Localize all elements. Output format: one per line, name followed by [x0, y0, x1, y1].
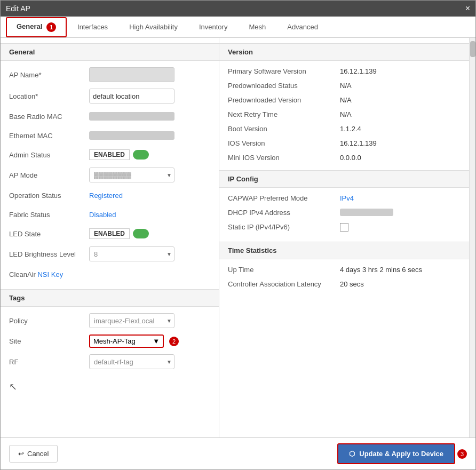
site-label: Site	[9, 337, 89, 345]
static-ip-label: Static IP (IPv4/IPv6)	[228, 223, 340, 231]
rf-value: default-rf-tag	[94, 358, 133, 366]
operation-status-value: Registered	[89, 192, 123, 200]
tab-inventory[interactable]: Inventory	[188, 17, 238, 37]
fabric-status-row: Fabric Status Disabled	[1, 205, 219, 224]
nsi-key-link[interactable]: NSI Key	[37, 270, 63, 278]
boot-version-value: 1.1.2.4	[340, 125, 361, 133]
admin-status-enabled-label: ENABLED	[89, 149, 130, 160]
boot-version-row: Boot Version 1.1.2.4	[219, 122, 469, 136]
next-retry-time-value: N/A	[340, 110, 352, 118]
operation-status-row: Operation Status Registered	[1, 186, 219, 205]
ap-mode-arrow-icon: ▼	[166, 172, 172, 178]
led-brightness-select[interactable]: 8 ▼	[89, 246, 174, 261]
cursor-area: ↖	[1, 372, 219, 401]
policy-row: Policy imarquez-FlexLocal ▼	[1, 310, 219, 331]
version-section-header: Version	[219, 43, 469, 61]
right-scrollbar[interactable]	[469, 38, 475, 437]
cancel-button[interactable]: ↩ Cancel	[9, 445, 58, 463]
dhcp-ipv4-label: DHCP IPv4 Address	[228, 209, 340, 217]
led-state-row: LED State ENABLED	[1, 224, 219, 243]
base-radio-mac-value	[89, 112, 210, 121]
admin-status-label: Admin Status	[9, 151, 89, 159]
ios-version-value: 16.12.1.139	[340, 139, 377, 147]
operation-status-label: Operation Status	[9, 192, 89, 200]
base-radio-mac-label: Base Radio MAC	[9, 113, 89, 121]
policy-value: imarquez-FlexLocal	[94, 317, 154, 325]
modal-titlebar: Edit AP ×	[1, 1, 475, 17]
scrollbar-thumb[interactable]	[470, 41, 475, 57]
up-time-value: 4 days 3 hrs 2 mins 6 secs	[340, 266, 422, 274]
fabric-status-control: Disabled	[89, 211, 210, 219]
led-brightness-row: LED Brightness Level 8 ▼	[1, 243, 219, 265]
rf-control: default-rf-tag ▼	[89, 354, 210, 369]
led-state-toggle[interactable]: ENABLED	[89, 228, 149, 239]
right-panel: Version Primary Software Version 16.12.1…	[219, 38, 469, 437]
cancel-label: Cancel	[27, 450, 49, 458]
admin-status-control: ENABLED	[89, 149, 210, 160]
static-ip-value	[340, 223, 348, 233]
controller-assoc-latency-value: 20 secs	[340, 280, 364, 288]
location-row: Location*	[1, 85, 219, 107]
site-badge: 2	[169, 337, 179, 346]
boot-version-label: Boot Version	[228, 125, 340, 133]
update-btn-badge: 3	[457, 449, 467, 459]
location-input[interactable]	[89, 89, 174, 103]
content-area: General AP Name* Location* Base Radio MA…	[1, 38, 475, 437]
base-radio-mac-row: Base Radio MAC	[1, 107, 219, 126]
admin-status-toggle[interactable]: ENABLED	[89, 149, 149, 160]
modal-title: Edit AP	[6, 4, 30, 13]
up-time-row: Up Time 4 days 3 hrs 2 mins 6 secs	[219, 262, 469, 277]
led-brightness-control: 8 ▼	[89, 246, 210, 261]
capwap-mode-row: CAPWAP Preferred Mode IPv4	[219, 191, 469, 205]
dhcp-ipv4-value	[340, 209, 393, 217]
static-ip-row: Static IP (IPv4/IPv6)	[219, 220, 469, 236]
tab-mesh[interactable]: Mesh	[238, 17, 276, 37]
close-button[interactable]: ×	[465, 4, 470, 13]
tabs-bar: General 1 Interfaces High Availability I…	[1, 17, 475, 38]
update-apply-button[interactable]: ⬡ Update & Apply to Device	[337, 443, 455, 464]
policy-arrow-icon: ▼	[166, 318, 172, 324]
cancel-icon: ↩	[18, 450, 24, 458]
fabric-status-label: Fabric Status	[9, 211, 89, 219]
rf-select[interactable]: default-rf-tag ▼	[89, 354, 174, 369]
ap-mode-control: ▓▓▓▓▓▓▓▓ ▼	[89, 168, 210, 182]
fabric-status-value: Disabled	[89, 211, 116, 219]
time-stats-section-header: Time Statistics	[219, 242, 469, 259]
base-radio-mac-blurred	[89, 112, 174, 121]
mini-ios-version-value: 0.0.0.0	[340, 154, 361, 162]
ios-version-row: IOS Version 16.12.1.139	[219, 136, 469, 150]
site-row: Site Mesh-AP-Tag ▼ 2	[1, 331, 219, 351]
site-control: Mesh-AP-Tag ▼ 2	[89, 334, 210, 348]
ap-mode-select[interactable]: ▓▓▓▓▓▓▓▓ ▼	[89, 168, 174, 182]
predownloaded-status-value: N/A	[340, 82, 352, 90]
led-state-enabled-label: ENABLED	[89, 228, 130, 239]
led-brightness-value: 8	[94, 250, 98, 258]
site-value: Mesh-AP-Tag	[93, 337, 136, 345]
led-state-control: ENABLED	[89, 228, 210, 239]
tab-advanced[interactable]: Advanced	[276, 17, 329, 37]
led-state-toggle-icon[interactable]	[133, 229, 149, 238]
tab-interfaces[interactable]: Interfaces	[67, 17, 118, 37]
update-btn-wrapper: ⬡ Update & Apply to Device 3	[337, 443, 467, 464]
footer-bar: ↩ Cancel ⬡ Update & Apply to Device 3	[1, 437, 475, 469]
ap-mode-value: ▓▓▓▓▓▓▓▓	[94, 171, 131, 179]
predownloaded-version-label: Predownloaded Version	[228, 96, 340, 104]
next-retry-time-row: Next Retry Time N/A	[219, 107, 469, 122]
rf-row: RF default-rf-tag ▼	[1, 351, 219, 372]
ethernet-mac-label: Ethernet MAC	[9, 132, 89, 140]
site-select-highlighted[interactable]: Mesh-AP-Tag ▼	[89, 334, 164, 348]
rf-arrow-icon: ▼	[166, 359, 172, 365]
tab-general[interactable]: General 1	[6, 17, 67, 37]
ethernet-mac-blurred	[89, 131, 174, 140]
general-section-header: General	[1, 43, 219, 61]
ap-mode-label: AP Mode	[9, 171, 89, 179]
static-ip-checkbox[interactable]	[340, 223, 348, 232]
update-icon: ⬡	[349, 450, 355, 458]
site-arrow-icon: ▼	[153, 337, 160, 345]
ap-name-input[interactable]	[89, 67, 174, 82]
tab-high-availability[interactable]: High Availability	[118, 17, 188, 37]
dhcp-ipv4-blurred	[340, 209, 393, 216]
admin-status-toggle-icon[interactable]	[133, 150, 149, 160]
policy-select[interactable]: imarquez-FlexLocal ▼	[89, 313, 174, 328]
ios-version-label: IOS Version	[228, 139, 340, 147]
